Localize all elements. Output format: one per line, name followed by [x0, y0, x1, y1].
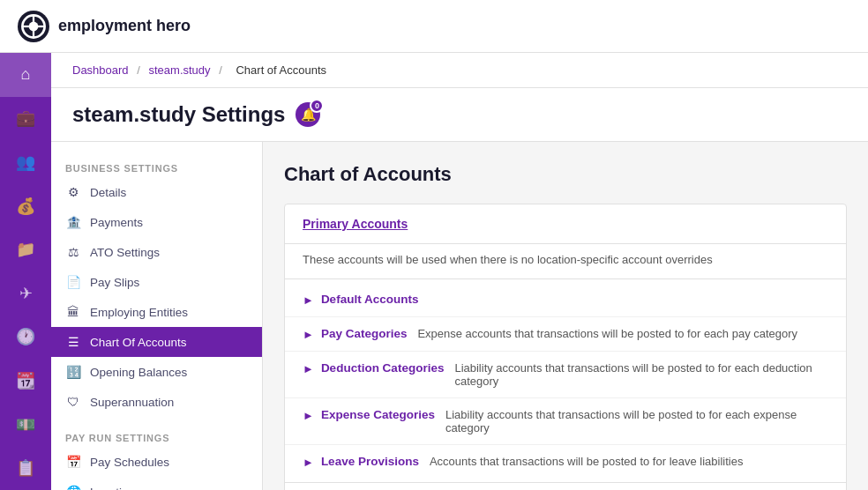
accordion-list: ► Default Accounts ► Pay Categories Expe… — [285, 279, 846, 482]
nav-item-schedules[interactable]: 📅 Pay Schedules — [51, 447, 262, 477]
nav-item-chart[interactable]: ☰ Chart Of Accounts — [51, 327, 262, 357]
nav-label-payslips: Pay Slips — [90, 276, 139, 289]
chevron-leave-icon: ► — [303, 456, 314, 469]
topbar: employment hero — [0, 0, 868, 53]
accordion-paycats-label: Pay Categories — [321, 327, 408, 340]
sidebar-icon-folder[interactable]: 📁 — [0, 227, 51, 271]
accordion-paycats-desc: Expense accounts that transactions will … — [417, 327, 797, 340]
sidebar-icon-clock[interactable]: 🕐 — [0, 316, 51, 360]
action-bar: Save Cancel — [285, 482, 846, 490]
accordion-deduction-desc: Liability accounts that transactions wil… — [454, 361, 828, 388]
nav-item-ato[interactable]: ⚖ ATO Settings — [51, 237, 262, 267]
nav-label-chart: Chart Of Accounts — [90, 336, 187, 349]
nav-label-details: Details — [90, 186, 126, 199]
payments-icon: 🏦 — [65, 215, 81, 229]
nav-label-employing: Employing Entities — [90, 306, 188, 319]
sidebar-icon-money[interactable]: 💰 — [0, 184, 51, 228]
schedules-icon: 📅 — [65, 455, 81, 469]
nav-label-locations: Locations — [90, 486, 141, 491]
accordion-default[interactable]: ► Default Accounts — [285, 283, 846, 317]
section-header: Primary Accounts — [285, 204, 846, 244]
settings-header: steam.study Settings 🔔 0 — [51, 88, 868, 142]
nav-item-locations[interactable]: 🌐 Locations — [51, 477, 262, 490]
nav-item-payslips[interactable]: 📄 Pay Slips — [51, 267, 262, 297]
section-subtext: These accounts will be used when there i… — [285, 244, 846, 279]
sidebar-icon-calendar[interactable]: 📆 — [0, 359, 51, 403]
logo-text: employment hero — [58, 17, 191, 35]
sidebar-icon-coin[interactable]: 💵 — [0, 403, 51, 447]
nav-label-schedules: Pay Schedules — [90, 456, 169, 469]
details-icon: ⚙ — [65, 185, 81, 199]
sidebar-icon-plane[interactable]: ✈ — [0, 271, 51, 316]
nav-label-ato: ATO Settings — [90, 246, 160, 259]
business-section-label: BUSINESS SETTINGS — [51, 156, 262, 177]
accordion-leave[interactable]: ► Leave Provisions Accounts that transac… — [285, 445, 846, 479]
accordion-leave-desc: Accounts that transactions will be poste… — [430, 455, 744, 468]
sidebar-icon-briefcase[interactable]: 💼 — [0, 97, 51, 141]
chevron-default-icon: ► — [303, 293, 314, 307]
primary-accounts-link[interactable]: Primary Accounts — [303, 217, 408, 231]
accordion-expense[interactable]: ► Expense Categories Liability accounts … — [285, 398, 846, 445]
logo-icon — [18, 11, 49, 42]
panel-title: Chart of Accounts — [284, 163, 847, 186]
breadcrumb-current: Chart of Accounts — [236, 63, 326, 77]
chevron-deduction-icon: ► — [303, 362, 314, 375]
sidebar-icon-people[interactable]: 👥 — [0, 140, 51, 184]
payslips-icon: 📄 — [65, 275, 81, 289]
accordion-expense-desc: Liability accounts that transactions wil… — [445, 408, 828, 434]
left-nav: BUSINESS SETTINGS ⚙ Details 🏦 Payments ⚖… — [51, 142, 263, 490]
nav-label-opening: Opening Balances — [90, 366, 187, 379]
main-layout: ⌂ 💼 👥 💰 📁 ✈ 🕐 📆 💵 📋 Dashboard / steam.st… — [0, 53, 868, 490]
ato-icon: ⚖ — [65, 245, 81, 259]
nav-item-payments[interactable]: 🏦 Payments — [51, 207, 262, 237]
nav-item-super[interactable]: 🛡 Superannuation — [51, 387, 262, 417]
breadcrumb-org[interactable]: steam.study — [148, 63, 210, 77]
page-title: steam.study Settings — [72, 102, 285, 127]
chevron-expense-icon: ► — [303, 409, 314, 422]
logo-area: employment hero — [18, 11, 191, 42]
accordion-paycats[interactable]: ► Pay Categories Expense accounts that t… — [285, 317, 846, 352]
breadcrumb-dashboard[interactable]: Dashboard — [72, 63, 129, 77]
nav-label-super: Superannuation — [90, 396, 174, 409]
accordion-deduction-label: Deduction Categories — [321, 361, 445, 375]
opening-icon: 🔢 — [65, 365, 81, 379]
nav-item-opening[interactable]: 🔢 Opening Balances — [51, 357, 262, 387]
page-wrapper: Dashboard / steam.study / Chart of Accou… — [51, 53, 868, 490]
page-content: BUSINESS SETTINGS ⚙ Details 🏦 Payments ⚖… — [51, 142, 868, 490]
super-icon: 🛡 — [65, 395, 81, 409]
breadcrumb: Dashboard / steam.study / Chart of Accou… — [51, 53, 868, 88]
icon-sidebar: ⌂ 💼 👥 💰 📁 ✈ 🕐 📆 💵 📋 — [0, 53, 51, 490]
notification-count: 0 — [310, 99, 324, 113]
nav-label-payments: Payments — [90, 216, 143, 229]
breadcrumb-sep2: / — [219, 63, 222, 77]
nav-item-employing[interactable]: 🏛 Employing Entities — [51, 297, 262, 327]
accordion-deduction[interactable]: ► Deduction Categories Liability account… — [285, 352, 846, 398]
employing-icon: 🏛 — [65, 305, 81, 319]
chart-icon: ☰ — [65, 335, 81, 349]
accordion-default-label: Default Accounts — [321, 293, 419, 306]
chevron-paycats-icon: ► — [303, 328, 314, 341]
nav-item-details[interactable]: ⚙ Details — [51, 177, 262, 207]
accordion-leave-label: Leave Provisions — [321, 455, 419, 468]
pay-run-section-label: PAY RUN SETTINGS — [51, 426, 262, 447]
notification-badge[interactable]: 🔔 0 — [296, 102, 320, 127]
sidebar-icon-clipboard[interactable]: 📋 — [0, 446, 51, 490]
sidebar-icon-home[interactable]: ⌂ — [0, 53, 51, 97]
section-card: Primary Accounts These accounts will be … — [284, 204, 847, 490]
main-panel: Chart of Accounts Primary Accounts These… — [263, 142, 868, 490]
breadcrumb-sep1: / — [137, 63, 140, 77]
locations-icon: 🌐 — [65, 485, 81, 490]
accordion-expense-label: Expense Categories — [321, 408, 435, 421]
